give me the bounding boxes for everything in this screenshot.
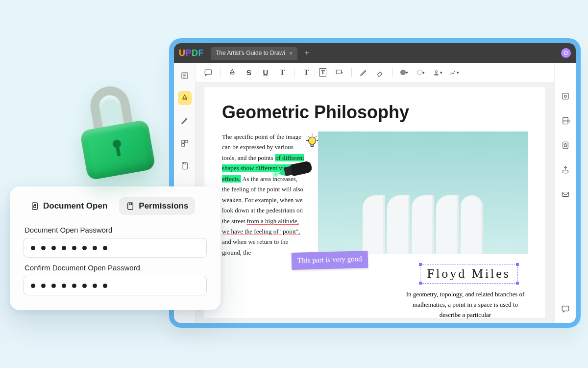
pdfa-button[interactable]: PDF/A bbox=[559, 114, 572, 128]
tab-permissions-label: Permissions bbox=[139, 201, 188, 211]
document-tab-title: The Artist's Guide to Drawi bbox=[216, 50, 285, 56]
svg-rect-20 bbox=[34, 206, 36, 208]
document-page: Geometric Philosophy GOOD TRY The specif… bbox=[204, 87, 545, 318]
security-settings-panel: Document Open Permissions Document Open … bbox=[10, 186, 220, 310]
password-label: Document Open Password bbox=[24, 226, 206, 234]
text-tool-icon[interactable]: T bbox=[301, 68, 311, 78]
svg-rect-15 bbox=[563, 170, 568, 173]
tab-document-open-label: Document Open bbox=[43, 201, 107, 211]
user-avatar[interactable]: D bbox=[561, 48, 571, 58]
svg-rect-9 bbox=[563, 93, 568, 99]
callout-tool-icon[interactable] bbox=[335, 68, 344, 78]
signature-annotation[interactable]: Floyd Miles bbox=[420, 264, 518, 284]
comment-mode-button[interactable] bbox=[178, 91, 192, 105]
share-button[interactable] bbox=[559, 163, 572, 177]
toolbar-separator bbox=[294, 68, 294, 77]
eraser-tool-icon[interactable] bbox=[375, 68, 385, 78]
ocr-button[interactable] bbox=[559, 89, 572, 103]
document-viewport[interactable]: Geometric Philosophy GOOD TRY The specif… bbox=[196, 82, 554, 323]
confirm-password-input[interactable] bbox=[24, 276, 207, 295]
svg-point-2 bbox=[436, 70, 438, 72]
titlebar: UPDF The Artist's Guide to Drawi × + D bbox=[174, 43, 576, 63]
svg-rect-0 bbox=[205, 70, 212, 75]
svg-rect-6 bbox=[185, 140, 187, 143]
annotation-toolbar: S U T T T ▾ ▾ ▾ ▾ bbox=[174, 63, 576, 82]
svg-rect-8 bbox=[182, 162, 187, 169]
svg-point-10 bbox=[564, 95, 566, 98]
svg-rect-19 bbox=[32, 203, 38, 210]
password-mask bbox=[31, 246, 107, 250]
password-input[interactable] bbox=[24, 238, 207, 258]
document-tab[interactable]: The Artist's Guide to Drawi × bbox=[211, 47, 297, 60]
svg-rect-5 bbox=[182, 140, 184, 143]
feedback-button[interactable] bbox=[559, 302, 572, 316]
secondary-paragraph: In geometry, topology, and related branc… bbox=[403, 289, 528, 320]
svg-rect-1 bbox=[336, 70, 342, 74]
svg-text:PDF/A: PDF/A bbox=[564, 120, 570, 123]
close-tab-icon[interactable]: × bbox=[289, 50, 293, 57]
svg-point-18 bbox=[309, 137, 316, 144]
svg-rect-17 bbox=[562, 306, 569, 311]
squiggly-tool-icon[interactable]: T bbox=[277, 68, 287, 78]
svg-rect-14 bbox=[564, 145, 566, 147]
toolbar-separator bbox=[351, 68, 352, 77]
right-action-rail: PDF/A bbox=[554, 63, 576, 323]
stamp-tool-icon[interactable]: ▾ bbox=[433, 68, 442, 78]
pencil-tool-icon[interactable] bbox=[359, 68, 368, 78]
sticky-note-annotation[interactable]: This part is very good bbox=[292, 251, 368, 270]
organize-mode-button[interactable] bbox=[178, 136, 192, 150]
new-tab-button[interactable]: + bbox=[304, 48, 309, 58]
toolbar-separator bbox=[220, 68, 220, 77]
reader-mode-button[interactable] bbox=[178, 69, 192, 82]
shape-fill-tool-icon[interactable]: ▾ bbox=[399, 68, 409, 78]
confirm-password-label: Confirm Document Open Password bbox=[24, 263, 206, 272]
toolbar-separator bbox=[392, 68, 392, 77]
highlight-tool-icon[interactable] bbox=[227, 68, 237, 78]
email-button[interactable] bbox=[559, 187, 572, 201]
signature-tool-icon[interactable]: ▾ bbox=[449, 68, 459, 78]
shape-outline-tool-icon[interactable]: ▾ bbox=[416, 68, 426, 78]
tab-permissions[interactable]: Permissions bbox=[119, 197, 195, 215]
strikethrough-tool-icon[interactable]: S bbox=[244, 68, 254, 78]
page-heading: Geometric Philosophy bbox=[222, 102, 528, 123]
app-window: UPDF The Artist's Guide to Drawi × + D S… bbox=[169, 38, 581, 328]
edit-mode-button[interactable] bbox=[178, 114, 192, 128]
padlock-3d-icon bbox=[71, 80, 160, 184]
illustration-image: / / bbox=[318, 131, 528, 254]
tab-document-open[interactable]: Document Open bbox=[24, 197, 114, 215]
svg-rect-16 bbox=[562, 192, 569, 197]
textbox-tool-icon[interactable]: T bbox=[318, 68, 328, 78]
lightbulb-sticker-icon bbox=[305, 132, 319, 150]
app-logo: UPDF bbox=[179, 48, 204, 58]
body-text-column: The specific point of the image can be e… bbox=[222, 131, 305, 258]
tools-mode-button[interactable] bbox=[178, 159, 192, 173]
confirm-password-mask bbox=[31, 284, 107, 288]
svg-rect-7 bbox=[182, 144, 184, 146]
protect-button[interactable] bbox=[559, 138, 572, 152]
underline-tool-icon[interactable]: U bbox=[261, 68, 270, 78]
svg-rect-13 bbox=[563, 142, 568, 149]
comment-tool-icon[interactable] bbox=[203, 68, 213, 78]
